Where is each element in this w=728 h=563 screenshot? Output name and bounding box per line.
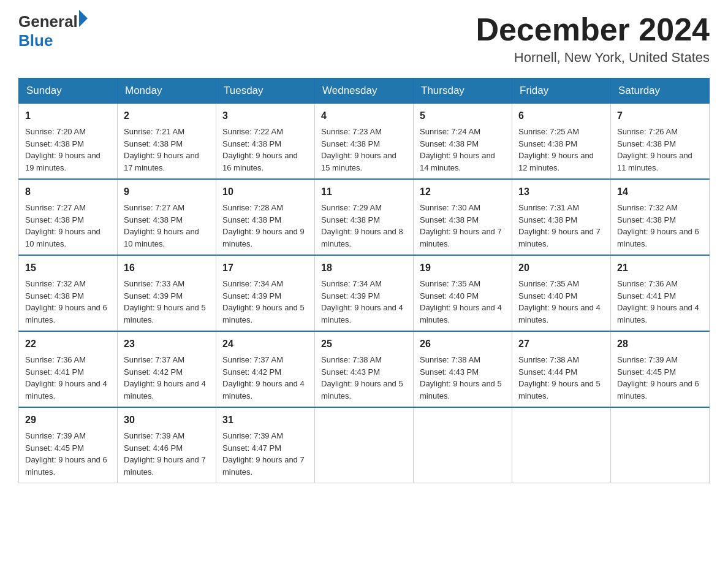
location-title: Hornell, New York, United States xyxy=(476,50,710,66)
day-number: 30 xyxy=(124,413,210,427)
calendar-week-row: 29 Sunrise: 7:39 AMSunset: 4:45 PMDaylig… xyxy=(19,407,710,483)
day-number: 4 xyxy=(321,109,407,123)
cell-info: Sunrise: 7:20 AMSunset: 4:38 PMDaylight:… xyxy=(25,127,100,172)
calendar-cell: 20 Sunrise: 7:35 AMSunset: 4:40 PMDaylig… xyxy=(512,255,611,331)
logo-blue-text: Blue xyxy=(18,31,88,50)
cell-info: Sunrise: 7:38 AMSunset: 4:43 PMDaylight:… xyxy=(321,355,403,400)
header-day-saturday: Saturday xyxy=(611,79,710,104)
calendar-cell: 19 Sunrise: 7:35 AMSunset: 4:40 PMDaylig… xyxy=(414,255,512,331)
calendar-cell: 29 Sunrise: 7:39 AMSunset: 4:45 PMDaylig… xyxy=(19,407,118,483)
day-number: 17 xyxy=(222,261,308,275)
calendar-cell: 24 Sunrise: 7:37 AMSunset: 4:42 PMDaylig… xyxy=(216,331,315,407)
calendar-cell: 18 Sunrise: 7:34 AMSunset: 4:39 PMDaylig… xyxy=(315,255,414,331)
cell-info: Sunrise: 7:26 AMSunset: 4:38 PMDaylight:… xyxy=(617,127,692,172)
calendar-cell: 16 Sunrise: 7:33 AMSunset: 4:39 PMDaylig… xyxy=(118,255,216,331)
cell-info: Sunrise: 7:39 AMSunset: 4:45 PMDaylight:… xyxy=(25,431,107,477)
cell-info: Sunrise: 7:34 AMSunset: 4:39 PMDaylight:… xyxy=(222,279,305,324)
calendar-cell: 7 Sunrise: 7:26 AMSunset: 4:38 PMDayligh… xyxy=(611,104,710,180)
day-number: 23 xyxy=(124,337,210,351)
day-number: 24 xyxy=(222,337,308,351)
cell-info: Sunrise: 7:21 AMSunset: 4:38 PMDaylight:… xyxy=(124,127,199,172)
day-number: 15 xyxy=(25,261,111,275)
calendar-cell: 17 Sunrise: 7:34 AMSunset: 4:39 PMDaylig… xyxy=(216,255,315,331)
calendar-cell: 11 Sunrise: 7:29 AMSunset: 4:38 PMDaylig… xyxy=(315,179,414,255)
cell-info: Sunrise: 7:27 AMSunset: 4:38 PMDaylight:… xyxy=(25,203,100,248)
cell-info: Sunrise: 7:31 AMSunset: 4:38 PMDaylight:… xyxy=(518,203,601,248)
cell-info: Sunrise: 7:39 AMSunset: 4:46 PMDaylight:… xyxy=(124,431,206,477)
day-number: 25 xyxy=(321,337,407,351)
header-row: SundayMondayTuesdayWednesdayThursdayFrid… xyxy=(19,79,710,104)
calendar-cell: 9 Sunrise: 7:27 AMSunset: 4:38 PMDayligh… xyxy=(118,179,216,255)
header-day-tuesday: Tuesday xyxy=(216,79,315,104)
cell-info: Sunrise: 7:39 AMSunset: 4:45 PMDaylight:… xyxy=(617,355,699,400)
calendar-cell: 10 Sunrise: 7:28 AMSunset: 4:38 PMDaylig… xyxy=(216,179,315,255)
day-number: 27 xyxy=(518,337,604,351)
logo-triangle-icon xyxy=(79,10,88,27)
cell-info: Sunrise: 7:38 AMSunset: 4:44 PMDaylight:… xyxy=(518,355,601,400)
day-number: 5 xyxy=(420,109,506,123)
cell-info: Sunrise: 7:23 AMSunset: 4:38 PMDaylight:… xyxy=(321,127,396,172)
calendar-cell: 4 Sunrise: 7:23 AMSunset: 4:38 PMDayligh… xyxy=(315,104,414,180)
cell-info: Sunrise: 7:24 AMSunset: 4:38 PMDaylight:… xyxy=(420,127,495,172)
cell-info: Sunrise: 7:35 AMSunset: 4:40 PMDaylight:… xyxy=(420,279,502,324)
day-number: 1 xyxy=(25,109,111,123)
day-number: 31 xyxy=(222,413,308,427)
calendar-cell: 26 Sunrise: 7:38 AMSunset: 4:43 PMDaylig… xyxy=(414,331,512,407)
day-number: 21 xyxy=(617,261,703,275)
logo-general-text: General xyxy=(18,12,78,31)
cell-info: Sunrise: 7:34 AMSunset: 4:39 PMDaylight:… xyxy=(321,279,403,324)
calendar-cell: 2 Sunrise: 7:21 AMSunset: 4:38 PMDayligh… xyxy=(118,104,216,180)
calendar-week-row: 15 Sunrise: 7:32 AMSunset: 4:38 PMDaylig… xyxy=(19,255,710,331)
day-number: 12 xyxy=(420,185,506,199)
calendar-cell xyxy=(315,407,414,483)
calendar-cell xyxy=(512,407,611,483)
calendar-cell: 25 Sunrise: 7:38 AMSunset: 4:43 PMDaylig… xyxy=(315,331,414,407)
day-number: 29 xyxy=(25,413,111,427)
cell-info: Sunrise: 7:32 AMSunset: 4:38 PMDaylight:… xyxy=(617,203,699,248)
day-number: 28 xyxy=(617,337,703,351)
month-title: December 2024 xyxy=(476,12,710,47)
day-number: 13 xyxy=(518,185,604,199)
day-number: 22 xyxy=(25,337,111,351)
calendar-cell: 6 Sunrise: 7:25 AMSunset: 4:38 PMDayligh… xyxy=(512,104,611,180)
header-day-monday: Monday xyxy=(118,79,216,104)
cell-info: Sunrise: 7:28 AMSunset: 4:38 PMDaylight:… xyxy=(222,203,305,248)
calendar-cell: 28 Sunrise: 7:39 AMSunset: 4:45 PMDaylig… xyxy=(611,331,710,407)
calendar-cell: 30 Sunrise: 7:39 AMSunset: 4:46 PMDaylig… xyxy=(118,407,216,483)
day-number: 19 xyxy=(420,261,506,275)
cell-info: Sunrise: 7:36 AMSunset: 4:41 PMDaylight:… xyxy=(25,355,107,400)
cell-info: Sunrise: 7:37 AMSunset: 4:42 PMDaylight:… xyxy=(222,355,305,400)
cell-info: Sunrise: 7:37 AMSunset: 4:42 PMDaylight:… xyxy=(124,355,206,400)
calendar-cell: 1 Sunrise: 7:20 AMSunset: 4:38 PMDayligh… xyxy=(19,104,118,180)
cell-info: Sunrise: 7:33 AMSunset: 4:39 PMDaylight:… xyxy=(124,279,206,324)
logo: General Blue xyxy=(18,12,88,50)
day-number: 2 xyxy=(124,109,210,123)
calendar-cell: 13 Sunrise: 7:31 AMSunset: 4:38 PMDaylig… xyxy=(512,179,611,255)
calendar-week-row: 8 Sunrise: 7:27 AMSunset: 4:38 PMDayligh… xyxy=(19,179,710,255)
day-number: 14 xyxy=(617,185,703,199)
cell-info: Sunrise: 7:35 AMSunset: 4:40 PMDaylight:… xyxy=(518,279,601,324)
calendar-cell: 12 Sunrise: 7:30 AMSunset: 4:38 PMDaylig… xyxy=(414,179,512,255)
day-number: 9 xyxy=(124,185,210,199)
cell-info: Sunrise: 7:29 AMSunset: 4:38 PMDaylight:… xyxy=(321,203,403,248)
cell-info: Sunrise: 7:32 AMSunset: 4:38 PMDaylight:… xyxy=(25,279,107,324)
calendar-table: SundayMondayTuesdayWednesdayThursdayFrid… xyxy=(18,78,710,483)
calendar-cell: 27 Sunrise: 7:38 AMSunset: 4:44 PMDaylig… xyxy=(512,331,611,407)
day-number: 8 xyxy=(25,185,111,199)
calendar-cell xyxy=(611,407,710,483)
page-header: General Blue December 2024 Hornell, New … xyxy=(18,12,710,66)
cell-info: Sunrise: 7:30 AMSunset: 4:38 PMDaylight:… xyxy=(420,203,502,248)
cell-info: Sunrise: 7:22 AMSunset: 4:38 PMDaylight:… xyxy=(222,127,298,172)
day-number: 6 xyxy=(518,109,604,123)
calendar-week-row: 22 Sunrise: 7:36 AMSunset: 4:41 PMDaylig… xyxy=(19,331,710,407)
day-number: 3 xyxy=(222,109,308,123)
calendar-cell: 3 Sunrise: 7:22 AMSunset: 4:38 PMDayligh… xyxy=(216,104,315,180)
calendar-cell: 8 Sunrise: 7:27 AMSunset: 4:38 PMDayligh… xyxy=(19,179,118,255)
day-number: 11 xyxy=(321,185,407,199)
calendar-cell xyxy=(414,407,512,483)
day-number: 20 xyxy=(518,261,604,275)
header-day-thursday: Thursday xyxy=(414,79,512,104)
calendar-cell: 23 Sunrise: 7:37 AMSunset: 4:42 PMDaylig… xyxy=(118,331,216,407)
header-day-sunday: Sunday xyxy=(19,79,118,104)
title-area: December 2024 Hornell, New York, United … xyxy=(476,12,710,66)
